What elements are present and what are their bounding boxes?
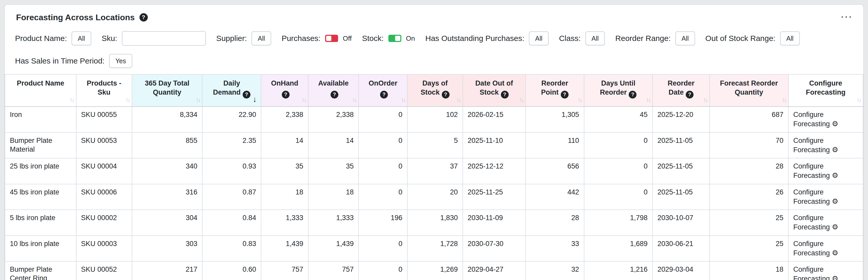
cell-reorder_date: 2025-12-20 bbox=[653, 106, 710, 132]
cell-reorder_date: 2029-03-04 bbox=[653, 261, 710, 280]
help-icon[interactable]: ? bbox=[243, 91, 250, 98]
sort-icon[interactable]: ↑↓ bbox=[401, 96, 405, 104]
filter-button-reorder_range[interactable]: All bbox=[675, 31, 695, 45]
configure-forecasting-button[interactable]: Configure Forecasting ⚙ bbox=[793, 111, 838, 128]
gears-icon[interactable]: ⚙ bbox=[832, 249, 838, 257]
cell-onorder: 0 bbox=[359, 184, 407, 210]
help-icon[interactable]: ? bbox=[442, 91, 450, 98]
sort-icon[interactable]: ↑↓ bbox=[646, 96, 650, 104]
filter-input-sku[interactable] bbox=[122, 31, 206, 45]
cell-reorder_point: 110 bbox=[526, 132, 584, 158]
filter-button-product_name[interactable]: All bbox=[71, 31, 91, 45]
cell-daily_demand: 0.87 bbox=[202, 184, 261, 210]
sort-icon[interactable]: ↑↓ bbox=[703, 96, 707, 104]
title-help-icon[interactable]: ? bbox=[140, 13, 148, 22]
cell-reorder_date: 2025-11-05 bbox=[653, 158, 710, 184]
configure-forecasting-button[interactable]: Configure Forecasting ⚙ bbox=[793, 214, 838, 231]
cell-product_name: 10 lbs iron plate bbox=[5, 236, 76, 261]
gears-icon[interactable]: ⚙ bbox=[832, 275, 838, 280]
cell-available: 35 bbox=[308, 158, 359, 184]
cell-onorder: 0 bbox=[359, 261, 407, 280]
cell-total_quantity_365: 303 bbox=[132, 236, 203, 261]
cell-sku: SKU 00002 bbox=[76, 210, 132, 236]
sort-icon[interactable]: ↑↓ bbox=[302, 96, 306, 104]
cell-configure_forecasting: Configure Forecasting ⚙ bbox=[788, 132, 863, 158]
filter-label-stock: Stock: bbox=[362, 34, 383, 43]
column-header-onhand[interactable]: OnHand?↑↓ bbox=[261, 74, 308, 106]
sort-icon[interactable]: ↑↓ bbox=[578, 96, 582, 104]
column-header-product_name[interactable]: Product Name↑↓ bbox=[5, 74, 76, 106]
help-icon[interactable]: ? bbox=[629, 91, 637, 98]
column-header-onorder[interactable]: OnOrder?↑↓ bbox=[359, 74, 407, 106]
gears-icon[interactable]: ⚙ bbox=[832, 146, 838, 154]
cell-onorder: 0 bbox=[359, 236, 407, 261]
ellipsis-menu-icon[interactable]: ··· bbox=[841, 12, 853, 21]
column-header-days_until_reorder[interactable]: Days Until Reorder?↑↓ bbox=[584, 74, 653, 106]
cell-total_quantity_365: 855 bbox=[132, 132, 203, 158]
cell-reorder_point: 33 bbox=[526, 236, 584, 261]
cell-available: 14 bbox=[308, 132, 359, 158]
filter-button-has_outstanding_purchases[interactable]: All bbox=[529, 31, 549, 45]
cell-forecast_reorder_quantity: 25 bbox=[710, 236, 788, 261]
filter-button-class[interactable]: All bbox=[585, 31, 605, 45]
filter-toggle-purchases[interactable] bbox=[325, 35, 338, 42]
column-header-days_of_stock[interactable]: Days of Stock?↑↓ bbox=[407, 74, 463, 106]
filter-button-out_of_stock_range[interactable]: All bbox=[780, 31, 800, 45]
sort-icon[interactable]: ↑↓ bbox=[70, 96, 74, 104]
help-icon[interactable]: ? bbox=[331, 91, 338, 98]
sort-icon[interactable]: ↑↓ bbox=[857, 96, 861, 104]
table-row: 5 lbs iron plateSKU 000023040.841,3331,3… bbox=[5, 210, 863, 236]
cell-onhand: 35 bbox=[261, 158, 308, 184]
column-header-reorder_point[interactable]: Reorder Point?↑↓ bbox=[526, 74, 584, 106]
gears-icon[interactable]: ⚙ bbox=[832, 120, 838, 128]
column-header-total_quantity_365[interactable]: 365 Day Total Quantity↑↓ bbox=[132, 74, 203, 106]
sort-icon[interactable]: ↑↓ bbox=[125, 96, 130, 104]
sort-desc-icon[interactable]: ↓ bbox=[253, 94, 257, 104]
configure-forecasting-label: Configure Forecasting bbox=[793, 162, 830, 179]
filter-purchases: Purchases:Off bbox=[282, 34, 351, 43]
filter-toggle-stock[interactable] bbox=[389, 35, 401, 42]
filter-sku: Sku: bbox=[102, 31, 206, 45]
help-icon[interactable]: ? bbox=[561, 91, 568, 98]
cell-daily_demand: 22.90 bbox=[202, 106, 261, 132]
gears-icon[interactable]: ⚙ bbox=[832, 223, 838, 231]
column-header-forecast_reorder_quantity[interactable]: Forecast Reorder Quantity↑↓ bbox=[710, 74, 788, 106]
help-icon[interactable]: ? bbox=[282, 91, 289, 98]
column-header-label-total_quantity_365: 365 Day Total Quantity bbox=[139, 79, 195, 97]
gears-icon[interactable]: ⚙ bbox=[832, 172, 838, 179]
filter-button-has_sales_in_time_period[interactable]: Yes bbox=[109, 54, 132, 68]
configure-forecasting-button[interactable]: Configure Forecasting ⚙ bbox=[793, 162, 838, 179]
help-icon[interactable]: ? bbox=[686, 91, 693, 98]
column-header-daily_demand[interactable]: Daily Demand?↓ bbox=[202, 74, 261, 106]
sort-icon[interactable]: ↑↓ bbox=[196, 96, 200, 104]
column-header-label-reorder_point: Reorder Point? bbox=[532, 79, 577, 98]
filter-button-supplier[interactable]: All bbox=[251, 31, 271, 45]
cell-daily_demand: 0.83 bbox=[202, 236, 261, 261]
column-header-date_out_of_stock[interactable]: Date Out of Stock?↑↓ bbox=[463, 74, 526, 106]
help-icon[interactable]: ? bbox=[501, 91, 509, 98]
sort-icon[interactable]: ↑↓ bbox=[352, 96, 356, 104]
column-header-sku[interactable]: Products - Sku↑↓ bbox=[76, 74, 132, 106]
configure-forecasting-button[interactable]: Configure Forecasting ⚙ bbox=[793, 266, 838, 280]
configure-forecasting-button[interactable]: Configure Forecasting ⚙ bbox=[793, 240, 838, 257]
column-header-reorder_date[interactable]: Reorder Date?↑↓ bbox=[653, 74, 710, 106]
column-header-configure_forecasting[interactable]: Configure Forecasting↑↓ bbox=[788, 74, 863, 106]
cell-date_out_of_stock: 2026-02-15 bbox=[463, 106, 526, 132]
gears-icon[interactable]: ⚙ bbox=[832, 197, 838, 205]
cell-reorder_date: 2025-11-05 bbox=[653, 132, 710, 158]
cell-days_of_stock: 102 bbox=[407, 106, 463, 132]
filter-label-product_name: Product Name: bbox=[15, 34, 67, 43]
help-icon[interactable]: ? bbox=[380, 91, 388, 98]
sort-icon[interactable]: ↑↓ bbox=[782, 96, 786, 104]
sort-icon[interactable]: ↑↓ bbox=[519, 96, 523, 104]
column-header-available[interactable]: Available?↑↓ bbox=[308, 74, 359, 106]
filter-label-class: Class: bbox=[559, 34, 581, 43]
column-header-label-daily_demand: Daily Demand? bbox=[209, 79, 254, 98]
table-row: 10 lbs iron plateSKU 000033030.831,4391,… bbox=[5, 236, 863, 261]
configure-forecasting-button[interactable]: Configure Forecasting ⚙ bbox=[793, 136, 838, 154]
cell-onhand: 1,439 bbox=[261, 236, 308, 261]
configure-forecasting-button[interactable]: Configure Forecasting ⚙ bbox=[793, 188, 838, 205]
cell-total_quantity_365: 316 bbox=[132, 184, 203, 210]
cell-onorder: 0 bbox=[359, 106, 407, 132]
sort-icon[interactable]: ↑↓ bbox=[456, 96, 460, 104]
